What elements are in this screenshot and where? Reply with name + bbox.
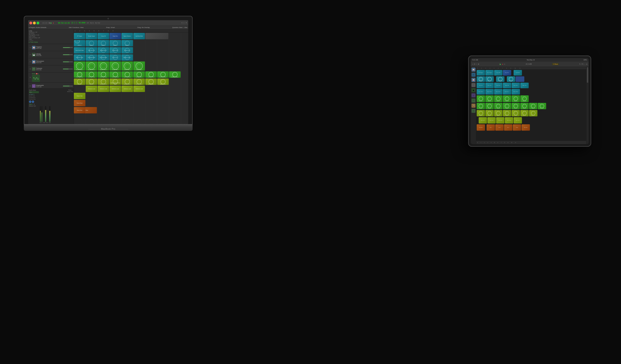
ipad-clip-arc-h1[interactable]: Arca. Jet 1 xyxy=(503,103,511,109)
clip-space-shakers[interactable]: Space Shakers xyxy=(121,33,133,39)
ipad-clip-dream-b[interactable]: Dream Beat xyxy=(520,95,529,102)
ipad-clip-sweep[interactable]: Sweep xyxy=(513,124,521,131)
ipad-clip-free-hi[interactable]: Free. Hi xyxy=(477,83,485,88)
clip-free-fall-hi[interactable]: Free Fall Hi Hats xyxy=(74,47,85,54)
clip-pumping-noise-2[interactable]: Pumping Noise xyxy=(98,54,109,61)
ipad-clip-inf-teal[interactable] xyxy=(516,76,524,82)
clip-dream-hit[interactable]: Dream Hit 1 xyxy=(110,47,121,54)
clip-arcade-hook[interactable]: Arcade Hook 1 xyxy=(121,79,133,85)
ipad-play-button[interactable]: ▶ xyxy=(500,63,501,65)
clip-free-fall-cyc[interactable]: Free Fall Cyc xyxy=(86,47,97,54)
track-item[interactable]: 6 ♩ Keyboards M S R xyxy=(28,82,74,88)
ipad-track-icon-1[interactable]: 🥁 xyxy=(471,68,475,72)
ipad-clip-marc[interactable]: Marc. Hit xyxy=(520,83,529,88)
ipad-loop-icon[interactable]: ↻ xyxy=(579,63,581,65)
ipad-clip-chop-k[interactable]: Chop. Jet 3 xyxy=(520,103,529,109)
track-item[interactable]: 4 〰 Textures M S R xyxy=(28,65,74,73)
ipad-clip-inf2[interactable]: Infinity 2 xyxy=(485,76,494,82)
clip-free-fall-piano-1[interactable]: Free Fall Piano xyxy=(74,71,85,78)
ipad-clip-chop-j[interactable]: Chop. Jet 4 xyxy=(529,103,537,109)
clip-free-fall-synth-2[interactable]: Free Fall Synth xyxy=(121,71,133,78)
clip-gray-1[interactable] xyxy=(145,33,168,39)
clip-free-fall-piano-2[interactable]: Free Fall Piano xyxy=(86,71,97,78)
track-item[interactable]: 5 Beats B ■ xyxy=(28,73,74,82)
clip-dream-vox-2[interactable]: Dream Vox 2 xyxy=(157,79,169,85)
clip-arcade-beat-1[interactable]: Arcade Beat 1 xyxy=(110,62,121,71)
ipad-clip-echo[interactable]: Echo Vox 1 xyxy=(503,89,511,95)
clip-infinity-1[interactable]: Infinity 1 xyxy=(74,40,85,46)
ipad-clip-arc-h2[interactable]: Arca. Jet 2 xyxy=(512,103,520,109)
ipad-track-icon-8[interactable]: 🎤 xyxy=(471,104,475,108)
clip-deep-perc[interactable]: Deep Perc xyxy=(110,33,121,39)
clip-infinity-4[interactable]: Infinity 4 xyxy=(110,40,121,46)
ipad-clip-chop-1[interactable]: Chop. Beat xyxy=(512,95,520,102)
clip-dreamy-hook-2[interactable]: Dreamy Hook 2 xyxy=(169,71,181,78)
clip-arcade-hook-3[interactable]: Arcade Hook 3 xyxy=(133,79,145,85)
clip-dream-hit-2[interactable]: Dream Hit 2 xyxy=(121,47,133,54)
ipad-clip-free-2[interactable]: Free. Fal. xyxy=(485,103,494,109)
clip-big-bass-beat-3[interactable]: Big Bass Beat 3 xyxy=(98,62,109,71)
ipad-clip-arc-v[interactable]: Arca. Vox xyxy=(512,110,520,116)
clip-chop-vox-2[interactable]: Chop Vox 2 xyxy=(86,79,97,85)
clip-free-fall-piano-3[interactable]: Free Fall Piano xyxy=(98,71,109,78)
clip-free-fall-synth[interactable]: Free Fall Synth xyxy=(110,71,121,78)
clip-dream-chord-3[interactable]: Dream Chord 3 xyxy=(98,79,109,85)
ipad-clip-pump-1[interactable]: Pum. Noise xyxy=(485,89,494,95)
close-button[interactable] xyxy=(29,22,32,24)
ipad-clip-dbeat[interactable]: Drea. Beat xyxy=(521,124,530,131)
send-knob[interactable] xyxy=(32,100,34,103)
clip-arcade-hook-2[interactable]: Arcade Hook 2 xyxy=(145,71,157,78)
ipad-track-icon-3[interactable]: 🥁 xyxy=(471,78,475,82)
ipad-clip-big-3[interactable]: Big. Beat 3 xyxy=(494,95,502,102)
track-fader[interactable] xyxy=(63,47,73,48)
clip-big-bass-beat-1[interactable]: Big Bass Beat 1 xyxy=(74,62,85,71)
ipad-clip-yg-1[interactable]: Chop. Vox 1 xyxy=(477,110,485,116)
clip-ht-topper[interactable]: HT Topper xyxy=(74,33,85,39)
ipad-clip-al1[interactable]: Anth. Lead 1 xyxy=(479,117,487,124)
clip-anthemic-lead-1[interactable]: Anthemic Lead xyxy=(86,86,97,92)
clip-anthemic-lead-3[interactable]: Anthemic Lead xyxy=(110,86,121,92)
clip-echo-vox[interactable]: Echo Vox 1 xyxy=(110,54,121,61)
send-knob[interactable] xyxy=(29,100,31,103)
clip-anthemic-lead-4[interactable]: Anthemic Lead xyxy=(121,86,133,92)
ipad-settings-btn[interactable]: ◎ xyxy=(586,63,587,65)
clip-arcade-perc[interactable]: Arcade Perc 1 xyxy=(98,47,109,54)
clip-dream-beat-atm[interactable]: Dream Beat xyxy=(74,100,85,106)
ipad-clip-drea-hit2[interactable]: Drea. Hit 2 xyxy=(512,83,520,88)
ipad-clip-dc3[interactable]: Chop. Vox 3 xyxy=(494,110,502,116)
ipad-clip-al3[interactable]: Anth. Lead 3 xyxy=(496,117,504,124)
ipad-clip-al4[interactable]: Anth. Lead 4 xyxy=(505,117,513,124)
quantize-value[interactable]: 1 Bar xyxy=(184,27,188,28)
ipad-clip-crazy[interactable]: Crazy HH xyxy=(494,70,502,76)
ipad-track-icon-4[interactable]: 〰 xyxy=(471,83,475,87)
functions-menu[interactable]: Functions xyxy=(72,27,79,28)
ipad-clip-dc4[interactable]: Chop. Vox 4 xyxy=(503,110,511,116)
ipad-settings-icon[interactable]: ⚙ xyxy=(474,63,475,65)
ipad-clip-atm-2[interactable]: Atm. 2 xyxy=(495,124,504,131)
ipad-clip-deep[interactable]: Deep Perc xyxy=(503,70,511,76)
clip-dreamy-hook-1[interactable]: Dreamy Hook 1 xyxy=(157,71,169,78)
maximize-button[interactable] xyxy=(36,22,39,24)
ipad-record-button[interactable]: ● xyxy=(502,63,503,65)
ipad-clip-yg-2[interactable]: Chop. Vox 2 xyxy=(485,110,494,116)
track-fader[interactable] xyxy=(63,69,73,69)
ipad-clip-inf1[interactable]: Infinity 1 xyxy=(477,76,485,82)
ipad-clip-arc-b[interactable]: Arca. Beat xyxy=(503,95,511,102)
ipad-clip-al2[interactable]: Anth. Lead 2 xyxy=(487,117,496,124)
ipad-clip-laid[interactable]: Laid Bells xyxy=(514,70,522,76)
ipad-clip-pump-2[interactable]: Pum. Noise xyxy=(494,89,502,95)
clip-simple-topper[interactable]: Simple Topper xyxy=(86,33,97,39)
clip-dream-vox-1[interactable]: Dream Vox 1 xyxy=(145,79,157,85)
ipad-clip-drea-hit[interactable]: Drea. Hit xyxy=(503,83,511,88)
view-menu[interactable]: View xyxy=(80,27,83,28)
ipad-window-icon[interactable]: □ xyxy=(476,63,477,65)
ipad-clip-free-cyc[interactable]: Free. Cyc xyxy=(485,83,494,88)
clip-dream-falls[interactable]: Dream Falls xyxy=(74,93,85,99)
ipad-clip-inf5[interactable]: Infinity 5 xyxy=(507,76,515,82)
minimize-button[interactable] xyxy=(33,22,36,24)
ipad-clip-big-2[interactable]: Big. Beat 2 xyxy=(485,95,494,102)
track-item[interactable]: 1 🥁 Toppers M S R xyxy=(28,44,74,51)
track-fader[interactable] xyxy=(63,54,73,55)
clip-anthemic-lead-5[interactable]: Anthemic Lead xyxy=(133,86,145,92)
ipad-clip-dreams-h[interactable]: Drea. Hook xyxy=(512,89,520,95)
